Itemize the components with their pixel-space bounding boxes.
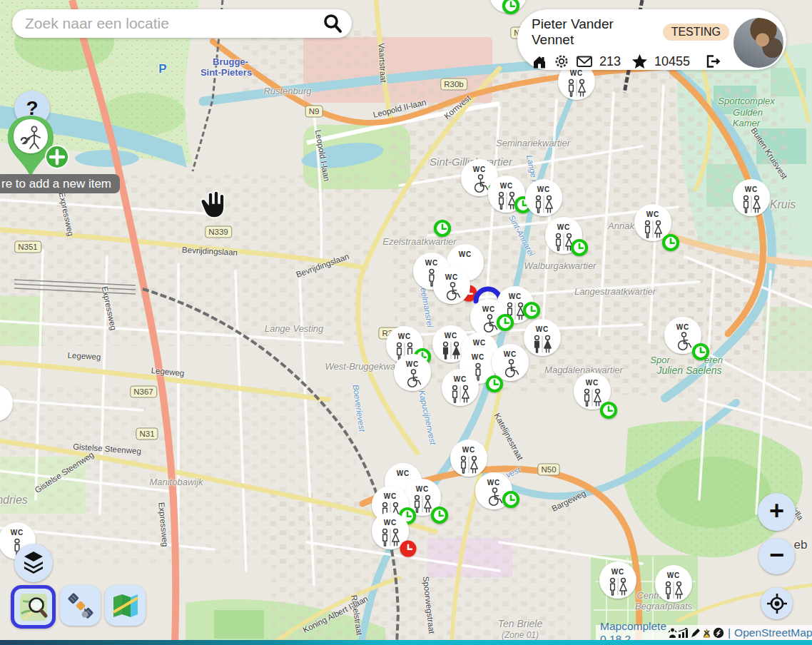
search-input[interactable] (24, 14, 322, 33)
toilet-marker[interactable]: WC (489, 0, 527, 13)
add-item-tooltip: re to add a new item (0, 174, 120, 193)
toilet-marker[interactable]: WC (599, 562, 636, 599)
zoom-in-button[interactable]: + (758, 493, 796, 531)
world-map-icon (111, 591, 141, 621)
messages-count: 213 (599, 54, 621, 69)
zoom-in-label: + (769, 498, 784, 524)
opening-hours-badge[interactable] (524, 303, 539, 318)
svg-text:WC: WC (745, 186, 758, 193)
pencil-icon[interactable] (690, 628, 701, 639)
community-badge-icon[interactable] (713, 627, 724, 639)
svg-text:WC: WC (445, 332, 458, 340)
svg-text:WC: WC (445, 273, 459, 281)
svg-text:WC: WC (459, 250, 472, 258)
svg-text:WC: WC (416, 485, 430, 493)
toilet-marker[interactable]: WC (475, 472, 518, 509)
basemap-switcher (11, 585, 146, 629)
zoom-out-button[interactable]: − (758, 538, 795, 574)
logout-icon[interactable] (704, 54, 721, 69)
svg-text:WC: WC (667, 572, 681, 579)
satellite-icon (66, 591, 96, 621)
svg-text:WC: WC (472, 353, 485, 361)
svg-text:WC: WC (473, 339, 487, 347)
toilet-marker[interactable]: WC (442, 369, 479, 406)
toilet-marker[interactable]: WC (664, 317, 708, 359)
messages-envelope-icon[interactable] (576, 54, 593, 68)
svg-text:WC: WC (646, 210, 660, 218)
hand-cursor (198, 188, 227, 222)
svg-text:WC: WC (454, 375, 467, 383)
bottom-accent-bar (0, 640, 812, 645)
attribution-separator: | (728, 626, 731, 639)
svg-text:WC: WC (536, 325, 549, 333)
svg-text:WC: WC (473, 166, 487, 173)
svg-text:WC: WC (509, 293, 522, 300)
user-avatar[interactable] (732, 16, 785, 69)
home-icon[interactable] (532, 54, 547, 69)
mapcomplete-app: { "search": { "placeholder": "Zoek naar … (0, 0, 812, 645)
svg-text:WC: WC (557, 223, 571, 231)
svg-text:WC: WC (611, 568, 625, 576)
svg-text:WC: WC (11, 529, 24, 537)
attribution-bar: Mapcomplete 0.18.2 | OpenStreetMap (596, 625, 812, 641)
osm-link[interactable]: OpenStreetMap (734, 626, 812, 639)
opening-hours-badge[interactable] (435, 221, 450, 235)
map-markers-layer: WCWCWCWCWCWCWCWCWCWCWCWCWCWCWCWCWCWCWCWC… (0, 0, 812, 645)
layers-icon (22, 551, 45, 575)
layers-button[interactable] (14, 544, 53, 582)
svg-text:WC: WC (676, 323, 690, 331)
zoom-out-label: − (769, 542, 784, 568)
toilet-marker[interactable]: WC (733, 179, 770, 216)
svg-text:WC: WC (482, 305, 496, 313)
basemap-osm-button[interactable] (11, 585, 56, 629)
star-icon[interactable] (631, 54, 648, 69)
svg-text:WC: WC (397, 469, 410, 477)
svg-text:WC: WC (384, 519, 397, 527)
osm-carto-icon (19, 592, 49, 622)
changeset-count: 10455 (654, 54, 690, 69)
toilet-marker[interactable]: WC (433, 267, 470, 304)
add-new-item-pin[interactable] (4, 114, 76, 182)
svg-text:WC: WC (500, 182, 514, 190)
toilet-marker[interactable]: WC (450, 440, 487, 477)
svg-text:WC: WC (570, 69, 584, 77)
toilet-marker[interactable]: WC (634, 204, 678, 250)
svg-text:WC: WC (487, 479, 501, 487)
svg-text:WC: WC (537, 186, 551, 193)
chart-icon[interactable] (678, 628, 689, 639)
search-icon[interactable] (322, 13, 343, 34)
toilet-marker[interactable]: WC (394, 354, 431, 391)
mascot-icon[interactable] (701, 628, 712, 639)
search-bar (12, 9, 352, 38)
toilet-marker[interactable]: WC (0, 385, 13, 422)
user-name[interactable]: Pieter Vander Vennet (532, 16, 656, 48)
svg-text:WC: WC (406, 360, 420, 368)
svg-text:WC: WC (425, 259, 439, 267)
opening-hours-badge[interactable] (487, 377, 502, 391)
svg-text:WC: WC (0, 391, 1, 399)
basemap-map-button[interactable] (105, 585, 146, 626)
svg-text:WC: WC (586, 379, 599, 387)
toilet-marker[interactable]: WC (524, 319, 561, 356)
geolocate-button[interactable] (761, 587, 793, 619)
basemap-satellite-button[interactable] (60, 585, 101, 626)
toilet-marker[interactable]: WC (492, 344, 529, 381)
svg-text:WC: WC (384, 492, 397, 500)
toilet-marker[interactable]: WC (525, 179, 562, 216)
toilet-marker[interactable]: WC (545, 217, 587, 255)
toilet-marker[interactable]: WC (574, 372, 616, 417)
settings-gear-icon[interactable] (554, 54, 569, 69)
svg-text:WC: WC (462, 446, 476, 454)
crosshair-icon (766, 592, 788, 615)
svg-text:WC: WC (504, 350, 517, 358)
toilet-marker[interactable]: WC (488, 176, 530, 213)
testing-badge: TESTING (663, 24, 729, 41)
statistics-person-icon[interactable] (668, 628, 677, 639)
svg-text:WC: WC (398, 332, 412, 340)
toilet-marker[interactable]: WC (655, 565, 692, 602)
